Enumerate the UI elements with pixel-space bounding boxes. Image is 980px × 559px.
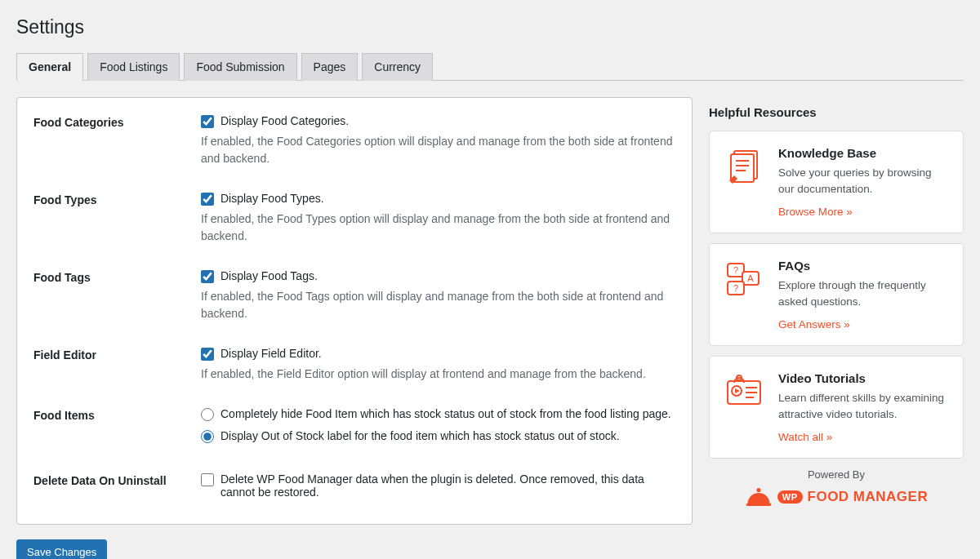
resource-text: Explore through the frequently asked que…	[778, 277, 948, 309]
checkbox-food-categories[interactable]	[201, 115, 214, 128]
svg-text:A: A	[747, 273, 754, 283]
video-icon	[724, 371, 764, 410]
label-food-categories: Food Categories	[33, 114, 201, 167]
tab-food-listings[interactable]: Food Listings	[87, 53, 180, 81]
svg-text:?: ?	[733, 283, 738, 293]
checkbox-field-editor[interactable]	[201, 348, 214, 361]
sidebar-heading: Helpful Resources	[709, 105, 964, 119]
tab-food-submission[interactable]: Food Submission	[184, 53, 296, 81]
row-delete-data: Delete Data On Uninstall Delete WP Food …	[33, 472, 675, 504]
document-icon	[724, 146, 764, 185]
radio-hide-out-of-stock[interactable]	[201, 408, 214, 421]
svg-rect-19	[746, 504, 771, 506]
svg-marker-13	[735, 388, 740, 393]
desc-food-types: If enabled, the Food Types option will d…	[201, 211, 675, 245]
cloche-icon	[745, 487, 773, 507]
powered-by-label: Powered By	[709, 468, 964, 481]
resource-card-faqs: ? A ? FAQs Explore through the frequentl…	[709, 243, 964, 346]
svg-point-18	[756, 488, 760, 492]
tab-general[interactable]: General	[16, 53, 83, 81]
checkbox-label-food-categories: Display Food Categories.	[220, 114, 349, 127]
resource-card-knowledge-base: Knowledge Base Solve your queries by bro…	[709, 131, 964, 233]
row-field-editor: Field Editor Display Field Editor. If en…	[33, 347, 675, 383]
checkbox-label-food-tags: Display Food Tags.	[220, 269, 318, 282]
resource-text: Learn different skills by examining attr…	[778, 390, 948, 422]
resource-link-browse-more[interactable]: Browse More »	[778, 206, 853, 218]
label-field-editor: Field Editor	[33, 347, 201, 383]
resource-text: Solve your queries by browsing our docum…	[778, 165, 948, 197]
svg-text:?: ?	[733, 265, 738, 275]
resource-link-get-answers[interactable]: Get Answers »	[778, 318, 850, 331]
brand-name: FOOD MANAGER	[808, 489, 929, 505]
label-food-items: Food Items	[33, 407, 201, 448]
row-food-items: Food Items Completely hide Food Item whi…	[33, 407, 675, 448]
checkbox-label-field-editor: Display Field Editor.	[220, 347, 322, 360]
row-food-types: Food Types Display Food Types. If enable…	[33, 192, 675, 245]
row-food-tags: Food Tags Display Food Tags. If enabled,…	[33, 269, 675, 322]
resource-title: Knowledge Base	[778, 146, 948, 160]
row-food-categories: Food Categories Display Food Categories.…	[33, 114, 675, 167]
desc-food-tags: If enabled, the Food Tags option will di…	[201, 288, 675, 322]
checkbox-label-food-types: Display Food Types.	[220, 192, 324, 205]
brand-logo: WP FOOD MANAGER	[709, 487, 964, 507]
tab-currency[interactable]: Currency	[362, 53, 433, 81]
radio-label-show: Display Out of Stock label for the food …	[220, 429, 620, 442]
sidebar: Helpful Resources Knowledge Base Solve y…	[709, 97, 964, 507]
desc-field-editor: If enabled, the Field Editor option will…	[201, 366, 675, 383]
label-food-tags: Food Tags	[33, 269, 201, 322]
radio-show-label-out-of-stock[interactable]	[201, 430, 214, 443]
save-changes-button[interactable]: Save Changes	[16, 539, 107, 559]
settings-panel: Food Categories Display Food Categories.…	[16, 97, 693, 525]
checkbox-food-tags[interactable]	[201, 270, 214, 283]
resource-card-video-tutorials: Video Tutorials Learn different skills b…	[709, 356, 964, 459]
tab-pages[interactable]: Pages	[301, 53, 359, 81]
checkbox-label-delete-data: Delete WP Food Manager data when the plu…	[220, 472, 675, 499]
brand-prefix: WP	[777, 490, 803, 504]
resource-link-watch-all[interactable]: Watch all »	[778, 431, 832, 443]
label-food-types: Food Types	[33, 192, 201, 245]
checkbox-delete-data[interactable]	[201, 473, 214, 486]
page-title: Settings	[16, 16, 964, 38]
label-delete-data: Delete Data On Uninstall	[33, 472, 201, 504]
desc-food-categories: If enabled, the Food Categories option w…	[201, 133, 675, 167]
settings-tabs: General Food Listings Food Submission Pa…	[16, 53, 964, 81]
resource-title: Video Tutorials	[778, 371, 948, 385]
faq-icon: ? A ?	[724, 259, 764, 298]
checkbox-food-types[interactable]	[201, 193, 214, 206]
radio-label-hide: Completely hide Food Item which has stoc…	[220, 407, 671, 420]
resource-title: FAQs	[778, 259, 948, 273]
